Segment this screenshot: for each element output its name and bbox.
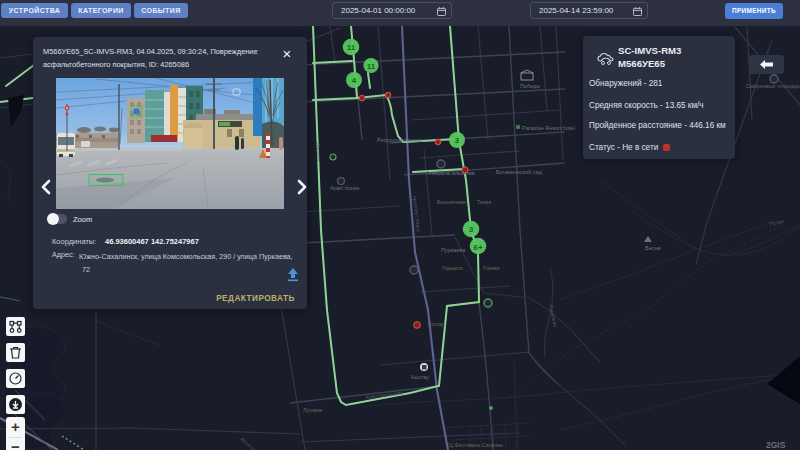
svg-text:3: 3 [469,225,474,234]
svg-text:Горького: Горького [442,265,463,271]
svg-text:Весна: Весна [645,245,662,251]
svg-text:Ленина: Ленина [315,143,322,161]
svg-text:6+: 6+ [473,243,482,252]
svg-text:2GIS: 2GIS [766,440,786,450]
svg-text:Paradise Resort hotel: Paradise Resort hotel [522,125,575,131]
svg-text:Кыстау: Кыстау [411,374,429,380]
svg-text:11: 11 [367,62,376,71]
svg-text:11: 11 [347,43,356,52]
svg-text:Apart house: Apart house [330,185,360,191]
svg-text:Луговое: Луговое [303,407,322,413]
svg-text:3: 3 [455,136,460,145]
svg-text:4: 4 [352,76,357,85]
svg-text:Ботсад: Ботсад [428,321,445,327]
svg-text:Репродукционная: Репродукционная [377,137,422,143]
svg-text:Глинки: Глинки [483,265,500,271]
svg-text:ТЦ Фестиваль Сахалин: ТЦ Фестиваль Сахалин [446,442,503,448]
svg-text:Больничная: Больничная [437,199,466,205]
svg-text:Победы: Победы [520,83,540,89]
svg-text:Смирновых площадь: Смирновых площадь [746,83,800,89]
svg-text:Ботанический сад: Ботанический сад [496,169,543,175]
svg-text:Тихая: Тихая [477,199,491,205]
svg-text:Пуркаева: Пуркаева [441,247,466,253]
